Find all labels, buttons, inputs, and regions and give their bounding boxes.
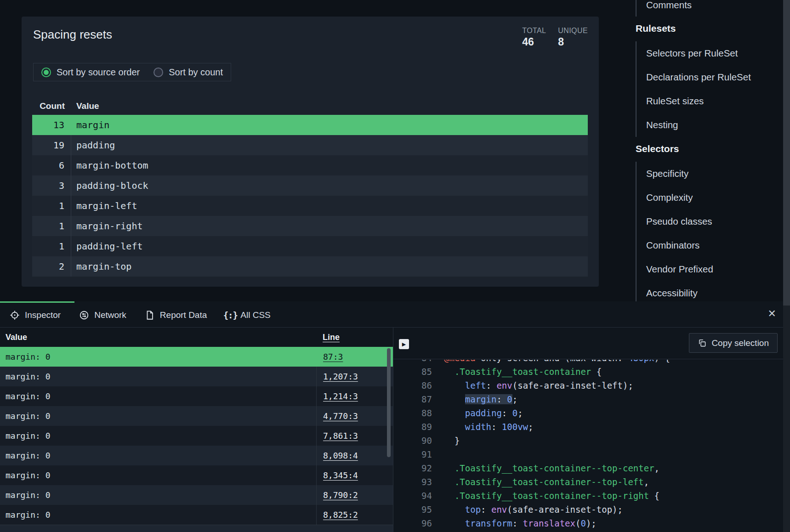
radio-icon[interactable] <box>41 68 51 77</box>
table-row[interactable]: 19padding <box>32 135 588 155</box>
declaration-row[interactable]: margin: 07,861:3 <box>0 426 393 446</box>
sidebar-item-vendor-prefixed[interactable]: Vendor Prefixed <box>646 257 783 281</box>
radio-dot <box>44 70 49 75</box>
declaration-row[interactable]: margin: 01,207:3 <box>0 367 393 386</box>
copy-selection-button[interactable]: Copy selection <box>689 333 778 353</box>
sidebar-item-declarations-per-ruleset[interactable]: Declarations per RuleSet <box>646 65 783 89</box>
sidebar-group-overflow: Comments <box>636 0 783 17</box>
sidebar-item-pseudo-classes[interactable]: Pseudo classes <box>646 209 783 233</box>
stat-value: 8 <box>558 36 588 48</box>
stat-label: TOTAL <box>522 27 546 35</box>
line-number: 85 <box>393 365 432 379</box>
code-line: 95 top: env(safe-area-inset-top); <box>393 503 790 516</box>
page: Spacing resets TOTAL46UNIQUE8 Sort by so… <box>0 0 790 532</box>
line-link[interactable]: 8,098:4 <box>323 451 358 460</box>
code-line: 88 padding: 0; <box>393 406 790 420</box>
copy-icon <box>698 339 706 347</box>
table-row[interactable]: 1padding-left <box>32 236 588 256</box>
inspector-body: Value Line margin: 087:3margin: 01,207:3… <box>0 328 790 532</box>
tab-all-css[interactable]: {:}All CSS <box>225 310 270 320</box>
line-link[interactable]: 87:3 <box>323 352 343 362</box>
tab-network[interactable]: Network <box>79 310 126 320</box>
declaration-value-cell: margin: 0 <box>0 426 316 446</box>
line-link[interactable]: 7,861:3 <box>323 431 358 441</box>
table-header-row: Count Value <box>32 97 588 115</box>
row-value-cell: padding-left <box>71 241 143 252</box>
page-scrollbar-track[interactable] <box>783 0 790 532</box>
line-content: .Toastify__toast-container--top-center, <box>444 461 659 475</box>
close-icon[interactable]: ✕ <box>768 309 776 319</box>
target-icon <box>10 310 20 320</box>
sidebar-item-selectors-per-ruleset[interactable]: Selectors per RuleSet <box>646 41 783 65</box>
row-value-cell: margin-bottom <box>71 160 148 171</box>
tab-report-data[interactable]: Report Data <box>145 310 207 320</box>
collapse-panel-icon[interactable]: ▶ <box>399 339 409 349</box>
sidebar-item-specificity[interactable]: Specificity <box>646 162 783 186</box>
table-row[interactable]: 1margin-right <box>32 216 588 236</box>
copy-selection-label: Copy selection <box>711 338 769 348</box>
value-column-header: Value <box>0 333 316 342</box>
sidebar-item-combinators[interactable]: Combinators <box>646 233 783 257</box>
sidebar-item-complexity[interactable]: Complexity <box>646 186 783 209</box>
line-number: 86 <box>393 379 432 392</box>
line-content: .Toastify__toast-container--top-left, <box>444 475 649 489</box>
line-link[interactable]: 1,214:3 <box>323 391 358 401</box>
spacing-values-table: Count Value 13margin19padding6margin-bot… <box>32 97 588 277</box>
braces-icon: {:} <box>225 310 235 320</box>
table-body: 13margin19padding6margin-bottom3padding-… <box>32 115 588 277</box>
row-count-cell: 1 <box>32 196 71 216</box>
network-icon <box>79 310 89 320</box>
radio-icon[interactable] <box>153 68 163 77</box>
code-line: 91 <box>393 447 790 461</box>
sidebar-section-title: Rulesets <box>636 22 783 35</box>
line-link[interactable]: 4,770:3 <box>323 411 358 421</box>
declaration-row[interactable]: margin: 087:3 <box>0 347 393 367</box>
table-row[interactable]: 2margin-top <box>32 256 588 277</box>
declaration-row[interactable]: margin: 08,098:4 <box>0 446 393 465</box>
stat: UNIQUE8 <box>558 27 588 48</box>
code-line: 96 transform: translatex(0); <box>393 516 790 530</box>
line-link[interactable]: 8,345:4 <box>323 470 358 480</box>
line-content: transform: translatex(0); <box>444 516 597 530</box>
line-number: 93 <box>393 475 432 489</box>
page-scrollbar-thumb[interactable] <box>783 0 790 306</box>
line-link[interactable]: 8,790:2 <box>323 490 358 500</box>
declaration-line-cell: 87:3 <box>316 347 393 367</box>
sidebar-item-nesting[interactable]: Nesting <box>646 113 783 137</box>
inspector-tabbar: InspectorNetworkReport Data{:}All CSS <box>0 303 790 328</box>
code-line: 94 .Toastify__toast-container--top-right… <box>393 489 790 503</box>
declaration-value-cell: margin: 0 <box>0 406 316 426</box>
code-line: 92 .Toastify__toast-container--top-cente… <box>393 461 790 475</box>
declaration-row[interactable]: margin: 01,214:3 <box>0 386 393 406</box>
row-count-cell: 13 <box>32 115 71 135</box>
row-count-cell: 1 <box>32 216 71 236</box>
declaration-value-cell: margin: 0 <box>0 386 316 406</box>
declaration-row[interactable]: margin: 08,345:4 <box>0 465 393 485</box>
line-number: 95 <box>393 503 432 516</box>
declarations-scrollbar-thumb[interactable] <box>387 348 391 457</box>
sort-option-selected[interactable]: Sort by source order <box>41 67 140 78</box>
inspector-panel: InspectorNetworkReport Data{:}All CSS ✕ … <box>0 301 790 532</box>
table-row[interactable]: 6margin-bottom <box>32 155 588 175</box>
line-link[interactable]: 1,207:3 <box>323 372 358 381</box>
sort-option-label: Sort by count <box>169 67 223 78</box>
line-content: @media only screen and (max-width: 480px… <box>444 360 670 365</box>
sort-option-unselected[interactable]: Sort by count <box>153 67 223 78</box>
declaration-row[interactable]: margin: 04,770:3 <box>0 406 393 426</box>
line-column-header[interactable]: Line <box>316 333 393 342</box>
declaration-row[interactable]: margin: 08,790:2 <box>0 485 393 505</box>
sidebar-item-ruleset-sizes[interactable]: RuleSet sizes <box>646 89 783 113</box>
table-row[interactable]: 1margin-left <box>32 196 588 216</box>
row-count-cell: 2 <box>32 256 71 277</box>
code-scroll-area[interactable]: 84@media only screen and (max-width: 480… <box>393 360 790 532</box>
table-row[interactable]: 13margin <box>32 115 588 135</box>
line-link[interactable]: 8,825:2 <box>323 510 358 520</box>
sidebar-item-comments[interactable]: Comments <box>646 0 783 13</box>
declaration-line-cell: 7,861:3 <box>316 426 393 446</box>
declaration-row[interactable]: margin: 08,825:2 <box>0 505 393 525</box>
tab-label: Network <box>94 310 126 320</box>
row-value-cell: padding <box>71 140 115 151</box>
row-count-cell: 3 <box>32 175 71 196</box>
table-row[interactable]: 3padding-block <box>32 175 588 196</box>
tab-inspector[interactable]: Inspector <box>10 310 61 320</box>
